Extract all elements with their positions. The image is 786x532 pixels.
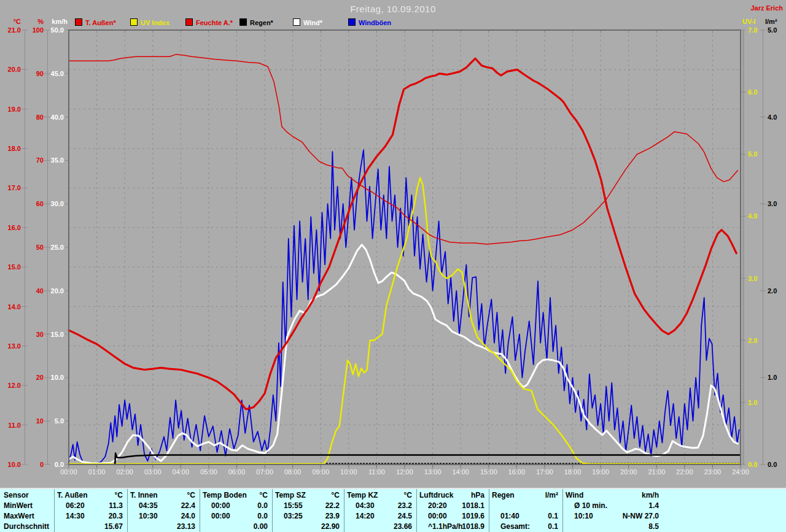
table-cell-value: 22.4 xyxy=(181,501,195,511)
table-row-label: MinWert xyxy=(4,501,53,511)
table-cell-value: 0.0 xyxy=(257,501,268,511)
series-humidity xyxy=(69,55,737,244)
table-cell-value: 23.9 xyxy=(325,511,340,521)
table-cell-value: 1.4 xyxy=(648,501,659,511)
table-cell-time: 00:00 xyxy=(428,511,447,521)
table-cell-time: 01:40 xyxy=(500,511,519,521)
table-col-unit: °C xyxy=(260,490,268,500)
table-col-name: Wind xyxy=(566,490,583,500)
table-cell-value: 24.0 xyxy=(181,511,195,521)
table-cell-value: 20.3 xyxy=(109,511,123,521)
table-cell-value: 22.2 xyxy=(325,501,340,511)
table-cell-value: 23.2 xyxy=(398,501,412,511)
table-cell-value: 23.13 xyxy=(177,522,195,531)
table-col-unit: °C xyxy=(404,490,412,500)
table-cell-time: 03:25 xyxy=(284,511,303,521)
statistics-table: SensorMinWertMaxWertDurchschnittT. Außen… xyxy=(0,488,786,532)
table-cell-time: 00:00 xyxy=(211,501,230,511)
table-cell-value: 8.5 xyxy=(648,522,659,531)
table-cell-time: Ø 10 min. xyxy=(574,501,607,511)
table-cell-time: 20:20 xyxy=(428,501,447,511)
table-cell-value: N-NW 27.0 xyxy=(623,511,659,521)
weather-chart-window: Freitag, 10.09.2010 Jarz Erich °C % km/h… xyxy=(0,0,786,532)
table-cell-value: 15.67 xyxy=(104,522,123,531)
table-group-regen: Regenl/m²01:400.1Gesamt:0.1 xyxy=(489,489,563,532)
table-cell-value: 0.00 xyxy=(254,522,268,531)
table-col-name: Luftdruck xyxy=(419,490,453,500)
table-cell-value: 0.0 xyxy=(257,511,268,521)
table-cell-time: 14:30 xyxy=(66,511,85,521)
table-col-unit: l/m² xyxy=(545,490,558,500)
table-group-luftdruck: LuftdruckhPa20:201018.100:001019.6^1.1hP… xyxy=(416,489,489,532)
table-cell-time: 10:30 xyxy=(139,511,158,521)
table-col-unit: °C xyxy=(115,490,123,500)
table-cell-value: 1019.6 xyxy=(462,511,484,521)
table-cell-time: 04:30 xyxy=(356,501,375,511)
table-cell-value: 0.1 xyxy=(548,522,558,531)
table-col-name: T. Außen xyxy=(57,490,88,500)
table-row-label: MaxWert xyxy=(4,511,53,521)
chart-svg xyxy=(0,0,786,532)
table-group-wind: Windkm/hØ 10 min.1.410:10N-NW 27.08.5 xyxy=(562,489,664,532)
table-cell-value: 1018.1 xyxy=(462,501,484,511)
table-col-name: Regen xyxy=(492,490,515,500)
table-group-temp-sz: Temp SZ°C15:5522.203:2523.922.90 xyxy=(272,489,344,532)
table-cell-time: Gesamt: xyxy=(500,522,530,531)
table-group-t-au-en: T. Außen°C06:2011.314:3020.315.67 xyxy=(54,489,128,532)
table-col-name: Temp KZ xyxy=(347,490,378,500)
table-group-temp-boden: Temp Boden°C00:000.000:000.00.00 xyxy=(200,489,273,532)
series-temp_out xyxy=(69,58,736,409)
table-cell-time: 06:20 xyxy=(66,501,85,511)
table-cell-time: 14:20 xyxy=(356,511,375,521)
table-row-label: Durchschnitt xyxy=(4,522,53,531)
table-cell-value: 0.1 xyxy=(548,511,558,521)
table-col-name: Temp Boden xyxy=(203,490,247,500)
table-col-unit: °C xyxy=(187,490,195,500)
table-col-name: Temp SZ xyxy=(275,490,306,500)
table-cell-time: 04:35 xyxy=(139,501,158,511)
table-cell-value: 11.3 xyxy=(109,501,123,511)
table-col-unit: °C xyxy=(332,490,340,500)
table-cell-value: 24.5 xyxy=(398,511,412,521)
table-cell-value: 22.90 xyxy=(321,522,340,531)
table-cell-time: ^1.1hPa/h xyxy=(428,522,462,531)
table-group-t-innen: T. Innen°C04:3522.410:3024.023.13 xyxy=(127,489,200,532)
table-cell-time: 00:00 xyxy=(211,511,230,521)
table-col-name: T. Innen xyxy=(130,490,158,500)
table-group-temp-kz: Temp KZ°C04:3023.214:2024.523.66 xyxy=(344,489,417,532)
table-row-label: Sensor xyxy=(4,490,53,500)
table-col-unit: km/h xyxy=(642,490,659,500)
table-cell-value: 23.66 xyxy=(394,522,412,531)
table-cell-time: 15:55 xyxy=(284,501,303,511)
table-sensor-column: SensorMinWertMaxWertDurchschnitt xyxy=(4,489,53,532)
table-cell-value: 1018.9 xyxy=(462,522,484,531)
table-col-unit: hPa xyxy=(471,490,484,500)
table-cell-time: 10:10 xyxy=(574,511,593,521)
